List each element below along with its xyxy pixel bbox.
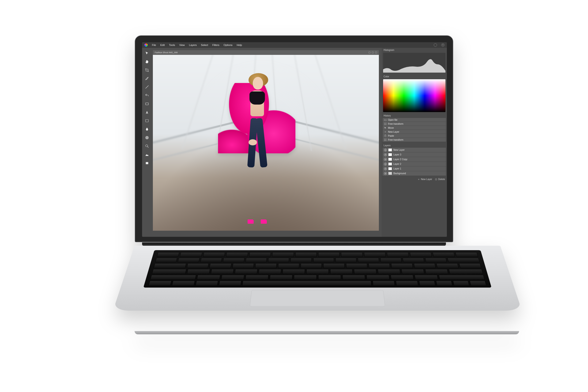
tool-palette [142,48,152,237]
color-picker[interactable] [383,79,446,112]
svg-rect-0 [146,103,148,105]
screen-bezel: File Edit Tools View Layers Select Filte… [134,35,454,242]
history-item[interactable]: Open file [382,118,446,122]
layer-thumb [388,162,392,166]
close-icon[interactable] [441,43,444,47]
right-panels: Histogram Color History Open file Free t… [382,48,447,237]
menu-options[interactable]: Options [224,44,232,46]
delete-layer-button[interactable]: Delete [435,178,445,180]
color-title: Color [382,74,447,79]
app-window: File Edit Tools View Layers Select Filte… [142,42,447,237]
layer-row[interactable]: Layer 1 [382,166,446,171]
drop-icon[interactable] [144,126,150,132]
layer-row[interactable]: Layer 2 Copy [382,157,446,162]
undo-icon[interactable] [144,93,150,98]
text-icon[interactable] [144,110,150,115]
eye-icon[interactable] [384,149,387,152]
menubar: File Edit Tools View Layers Select Filte… [142,42,447,48]
layer-icon[interactable] [144,160,150,166]
layers-list: New Layer Layer 3 Layer 2 Copy Layer 2 L… [382,148,446,176]
layers-footer: New Layer Delete [382,177,447,181]
laptop-mockup: File Edit Tools View Layers Select Filte… [134,35,454,334]
svg-point-3 [146,145,148,147]
layer-row[interactable]: Background [382,171,446,176]
menu-file[interactable]: File [152,44,156,46]
laptop-hinge [142,242,446,246]
line-icon[interactable] [144,84,150,90]
mountains-icon[interactable] [144,152,150,157]
layer-thumb [388,172,392,175]
document-titlebar[interactable]: Fashion Shoot IMG_008 [153,50,379,55]
document-title: Fashion Shoot IMG_008 [155,51,178,54]
hand-icon[interactable] [144,59,150,64]
histogram-panel[interactable] [383,53,446,73]
eye-icon[interactable] [384,172,387,175]
history-item[interactable]: New Layer [382,130,446,134]
menu-tools[interactable]: Tools [169,44,175,46]
grid-icon[interactable] [144,135,150,140]
menu-view[interactable]: View [179,44,185,46]
history-item[interactable]: Free transform [382,138,446,142]
plus-icon [384,130,386,133]
marquee-icon[interactable] [144,118,150,123]
menu-select[interactable]: Select [201,44,208,46]
layer-thumb [388,167,392,170]
layers-title: Layers [382,143,447,148]
layer-row[interactable]: Layer 3 [382,152,446,157]
menu-edit[interactable]: Edit [160,44,165,46]
histogram-title: Histogram [382,48,447,52]
document-window-controls[interactable] [368,52,377,54]
layer-row[interactable]: New Layer [382,148,446,152]
history-item[interactable]: Move [382,126,446,130]
pointer-icon [384,126,386,129]
transform-icon [384,138,386,141]
layer-thumb [388,158,392,161]
layer-thumb [388,153,392,156]
keyboard [143,250,492,288]
zoom-icon[interactable] [144,144,150,149]
history-list: Open file Free transform Move New Layer … [382,118,446,142]
svg-rect-8 [384,139,386,140]
minimize-icon[interactable] [434,43,437,47]
layer-thumb [388,148,392,152]
menu-filters[interactable]: Filters [212,44,220,46]
transform-icon [384,122,386,125]
brush-icon[interactable] [144,76,150,81]
paste-icon [384,134,386,137]
history-item[interactable]: Free transform [382,122,446,126]
svg-rect-5 [384,123,386,124]
eye-icon[interactable] [384,158,387,161]
eye-icon[interactable] [384,153,387,156]
new-layer-button[interactable]: New Layer [418,178,432,180]
canvas[interactable] [153,55,379,231]
canvas-area: Fashion Shoot IMG_008 [152,48,382,237]
menu-help[interactable]: Help [237,44,242,46]
folder-icon [384,119,386,121]
rect-icon[interactable] [144,101,150,106]
history-item[interactable]: Paste [382,134,446,138]
app-logo-icon [144,43,148,47]
menu-layers[interactable]: Layers [189,44,197,46]
trackpad [250,290,385,306]
canvas-subject [232,69,281,224]
crop-icon[interactable] [144,68,150,73]
svg-rect-4 [146,162,148,164]
laptop-base [113,246,522,311]
eye-icon[interactable] [384,163,387,166]
eye-icon[interactable] [384,168,387,170]
pointer-icon[interactable] [144,51,150,56]
layer-row[interactable]: Layer 2 [382,162,446,166]
history-title: History [382,114,447,118]
svg-rect-1 [146,120,148,122]
laptop-lip [134,331,519,334]
